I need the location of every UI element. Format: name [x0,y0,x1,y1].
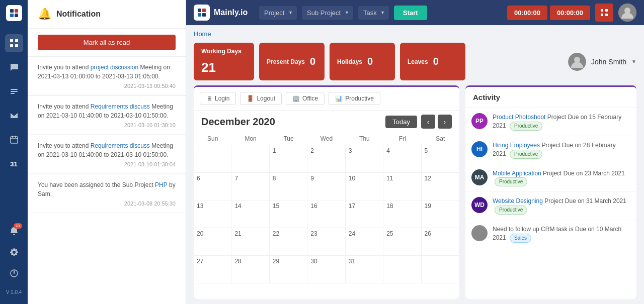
calendar-cell-2[interactable]: 2 [307,145,345,173]
calendar-cell-11[interactable]: 11 [383,173,421,200]
svg-rect-2 [10,14,14,17]
calendar-cell-29[interactable]: 29 [270,256,307,283]
activity-link-hiring[interactable]: Hiring Employees [493,142,540,149]
office-filter-icon: 🏢 [292,95,300,102]
calendar-cell-10[interactable]: 10 [346,173,383,200]
calendar-cell-16[interactable]: 16 [307,200,345,228]
svg-rect-0 [10,9,14,13]
calendar-cell-1[interactable]: 1 [270,145,307,173]
tasks-icon[interactable] [5,82,23,100]
calendar-prev-button[interactable]: ‹ [421,115,435,129]
calendar-cell-24[interactable]: 24 [346,228,383,256]
activity-link-product-photoshoot[interactable]: Product Photoshoot [493,114,545,121]
project-select[interactable]: Project [259,6,297,20]
app-name-label: Mainly.io [214,8,248,17]
activity-badge-productive-3: Productive [495,177,527,186]
day-header-sat: Sat [422,133,459,145]
calendar-cell-26[interactable]: 26 [422,228,459,256]
calendar-cell-21[interactable]: 21 [231,228,269,256]
calendar-cell-9[interactable]: 9 [307,173,345,200]
calendar-icon[interactable] [5,131,23,149]
grid-view-button[interactable] [595,4,613,22]
leaves-label: Leaves [408,58,428,65]
calendar-cell-6[interactable]: 6 [194,173,231,200]
mark-all-read-button[interactable]: Mark all as read [38,35,176,50]
svg-rect-19 [202,13,206,17]
start-button[interactable]: Start [394,6,427,20]
activity-link-mobile-app[interactable]: Mobile Application [493,170,541,177]
sidebar-bottom: 70 V 1.0.4 [5,219,23,299]
svg-rect-1 [15,9,18,13]
holidays-value: 0 [367,56,373,67]
calendar-cell-20[interactable]: 20 [194,228,231,256]
notification-link-requirements-discuss-1[interactable]: Requirements discuss [91,103,150,110]
calendar-cell-27[interactable]: 27 [194,256,231,283]
calendar-cell-19[interactable]: 19 [422,200,459,228]
calendar-cell-14[interactable]: 14 [231,200,269,228]
user-info: John Smith ▼ [568,43,636,80]
mail-icon[interactable] [5,107,23,125]
timer-1-button[interactable]: 00:00:00 [507,6,547,20]
activity-text-crm: Need to follow up CRM task is Due on 10 … [493,225,630,243]
user-avatar[interactable] [618,4,636,22]
svg-rect-8 [11,89,18,90]
calendar-cell-empty-1 [231,145,269,173]
productive-filter-button[interactable]: 📊 Productive [329,92,380,105]
calendar-cell-13[interactable]: 13 [194,200,231,228]
chat-icon[interactable] [5,58,23,76]
notification-link-requirements-discuss-2[interactable]: Requirements discuss [91,142,150,149]
calendar-cell-4[interactable]: 4 [383,145,421,173]
svg-rect-20 [601,9,603,12]
timer-2-button[interactable]: 00:00:00 [550,6,590,20]
calendar-cell-25[interactable]: 25 [383,228,421,256]
calendar-cell-15[interactable]: 15 [270,200,307,228]
activity-text-product-photoshoot: Product Photoshoot Project Due on 15 Feb… [493,113,630,131]
calendar-cell-12[interactable]: 12 [422,173,459,200]
notification-link-php[interactable]: PHP [155,181,168,188]
sub-project-select[interactable]: Sub Project [302,6,353,20]
notifications-icon[interactable]: 70 [5,222,23,240]
calendar-next-button[interactable]: › [438,115,452,129]
main-content: Mainly.io Project Sub Project Task Start… [186,0,644,304]
task-select[interactable]: Task [358,6,389,20]
date-icon[interactable]: 31 [5,155,23,173]
calendar-cell-22[interactable]: 22 [270,228,307,256]
activity-list: PP Product Photoshoot Project Due on 15 … [465,108,636,299]
leaves-card: Leaves 0 [400,43,465,80]
holidays-label: Holidays [337,58,362,65]
calendar-cell-30[interactable]: 30 [307,256,345,283]
user-dropdown-icon[interactable]: ▼ [631,59,636,64]
timer-buttons: 00:00:00 00:00:00 [507,6,590,20]
calendar-cell-31[interactable]: 31 [346,256,383,283]
settings-icon[interactable] [5,243,23,261]
notification-item-3: Invite you to attend Requirements discus… [28,135,186,174]
calendar-cell-28[interactable]: 28 [231,256,269,283]
dashboard-icon[interactable] [5,34,23,52]
calendar-cell-3[interactable]: 3 [346,145,383,173]
svg-rect-18 [198,13,201,17]
notification-item-4: You have been assigned to the Sub Projec… [28,174,186,213]
activity-link-website[interactable]: Website Designing [493,197,543,205]
logout-filter-button[interactable]: 🚪 Logout [240,92,282,105]
notification-badge: 70 [14,223,22,229]
breadcrumb-home-link[interactable]: Home [194,30,211,38]
calendar-nav-buttons: ‹ › [421,115,452,129]
activity-item-website: WD Website Designing Project Due on 31 M… [465,192,636,220]
calendar-cell-17[interactable]: 17 [346,200,383,228]
present-days-label: Present Days [267,58,305,65]
present-days-value: 0 [310,56,315,67]
logout-icon[interactable] [5,264,23,282]
login-filter-label: Login [215,95,229,102]
calendar-cell-8[interactable]: 8 [270,173,307,200]
calendar-cell-5[interactable]: 5 [422,145,459,173]
notification-link-project-discussion[interactable]: project discussion [91,64,138,71]
today-button[interactable]: Today [385,116,417,128]
office-filter-button[interactable]: 🏢 Office [286,92,325,105]
calendar-cell-7[interactable]: 7 [231,173,269,200]
user-avatar-small [568,53,586,71]
notification-panel: 🔔 Notification Mark all as read Invite y… [28,0,186,304]
login-filter-button[interactable]: 🖥 Login [200,92,236,105]
calendar-cell-18[interactable]: 18 [383,200,421,228]
calendar-cell-23[interactable]: 23 [307,228,345,256]
svg-rect-16 [198,9,201,12]
